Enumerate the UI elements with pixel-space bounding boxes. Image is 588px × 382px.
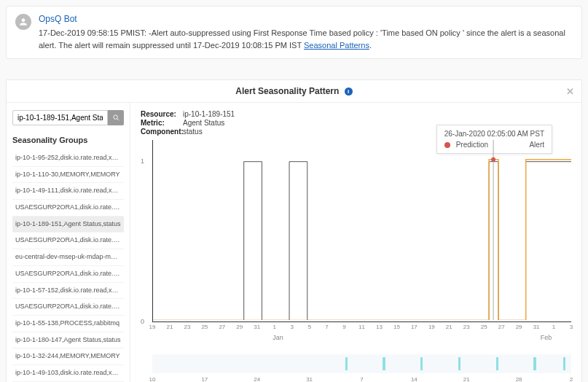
search-input[interactable] <box>12 110 108 125</box>
sidebar-item[interactable]: USAESGURP2ORA1,disk.io.rate.read,xvdf <box>12 266 124 283</box>
month-label: Feb <box>541 334 552 341</box>
x-tick: 23 <box>184 324 190 330</box>
x-ticks: 1921232527293113579111315171921232527293… <box>152 324 571 335</box>
x-tick: 23 <box>463 324 470 330</box>
metric-label: Metric: <box>141 119 183 127</box>
x-tick: 25 <box>201 324 208 330</box>
brush-segment <box>383 357 385 370</box>
avatar <box>15 14 31 30</box>
sidebar-item[interactable]: USAESGURP2ORA1,disk.io.rate.read,xvdh <box>12 200 124 217</box>
tooltip-time: 26-Jan-2020 02:05:00 AM PST <box>444 130 544 138</box>
brush-tick: 31 <box>306 376 313 382</box>
brush-segment <box>533 357 536 370</box>
brush-segment <box>496 357 498 370</box>
brush-tick: 7 <box>360 376 363 382</box>
x-tick: 13 <box>376 324 383 330</box>
sidebar-item[interactable]: eu-central-dev-msep-uk-mdap-metafdata1,c… <box>12 249 124 266</box>
x-tick: 27 <box>498 324 505 330</box>
info-icon[interactable]: i <box>345 87 353 96</box>
metric-value: Agent Status <box>183 119 224 127</box>
brush-ticks: 1017243171421282 <box>152 376 571 382</box>
month-label: Jan <box>273 334 283 341</box>
x-tick: 21 <box>167 324 173 330</box>
sidebar: Seasonality Groups ip-10-1-95-252,disk.i… <box>7 103 130 382</box>
x-tick: 19 <box>149 324 156 330</box>
chart: 0 1 192123252729311357911131517192123252… <box>141 140 571 344</box>
brush-segment <box>345 357 348 370</box>
sidebar-item[interactable]: ip-10-1-55-138,PROCESS,rabbitmq <box>12 316 124 332</box>
main-area: Resource:ip-10-1-189-151 Metric:Agent St… <box>130 103 581 382</box>
sidebar-item[interactable]: ip-10-1-49-103,disk.io.rate.read,xvdb <box>12 365 124 382</box>
bot-message-card: OpsQ Bot 17-Dec-2019 09:58:15 PMIST: -Al… <box>6 6 582 59</box>
sidebar-item[interactable]: ip-10-1-95-252,disk.io.rate.read,xvdh <box>12 150 124 167</box>
x-tick: 15 <box>393 324 400 330</box>
search-button[interactable] <box>108 110 124 125</box>
x-tick: 5 <box>307 324 310 330</box>
resource-label: Resource: <box>141 110 183 118</box>
sidebar-item[interactable]: ip-10-1-49-111,disk.io.rate.read,xvdb <box>12 183 124 200</box>
brush-segment <box>420 357 423 370</box>
bot-msg-suffix: . <box>369 41 372 50</box>
x-tick: 11 <box>358 324 365 330</box>
x-tick: 31 <box>533 324 540 330</box>
close-icon[interactable]: ✕ <box>566 86 574 97</box>
x-tick: 7 <box>325 324 328 330</box>
bot-name: OpsQ Bot <box>39 14 573 24</box>
user-icon <box>18 17 28 27</box>
sidebar-item[interactable]: ip-10-1-110-30,MEMORY,MEMORY <box>12 167 124 184</box>
x-tick: 25 <box>481 324 487 330</box>
resource-value: ip-10-1-189-151 <box>183 110 235 118</box>
x-tick: 19 <box>428 324 435 330</box>
brush-segment <box>563 357 565 370</box>
bot-timestamp: 17-Dec-2019 09:58:15 PMIST: <box>39 28 146 37</box>
y-tick: 1 <box>141 157 144 165</box>
series-svg <box>153 140 571 320</box>
component-value: status <box>183 128 203 136</box>
x-tick: 31 <box>254 324 260 330</box>
sidebar-item[interactable]: ip-10-1-189-151,Agent Status,status <box>12 217 124 233</box>
x-tick: 1 <box>273 324 275 330</box>
brush[interactable] <box>152 354 571 373</box>
sidebar-item[interactable]: USAESGURP2ORA1,disk.io.rate.read,xvde <box>12 233 124 249</box>
svg-point-0 <box>113 115 117 120</box>
sidebar-item[interactable]: ip-10-1-180-147,Agent Status,status <box>12 332 124 349</box>
x-tick: 3 <box>570 324 573 330</box>
brush-segment <box>458 357 460 370</box>
x-tick: 3 <box>290 324 293 330</box>
x-tick: 27 <box>219 324 225 330</box>
x-tick: 9 <box>342 324 345 330</box>
groups-list: ip-10-1-95-252,disk.io.rate.read,xvdhip-… <box>12 150 124 382</box>
seasonality-panel: Alert Seasonality Pattern i ✕ Seasonalit… <box>6 79 582 382</box>
x-tick: 17 <box>411 324 418 330</box>
brush-tick: 10 <box>149 376 156 382</box>
brush-tick: 2 <box>570 376 573 382</box>
plot-area[interactable] <box>152 140 571 322</box>
x-tick: 29 <box>236 324 243 330</box>
sidebar-item[interactable]: ip-10-1-32-244,MEMORY,MEMORY <box>12 348 124 365</box>
x-tick: 21 <box>446 324 452 330</box>
svg-point-3 <box>491 157 495 162</box>
bot-message: 17-Dec-2019 09:58:15 PMIST: -Alert auto-… <box>39 27 573 51</box>
component-label: Component: <box>141 128 183 136</box>
sidebar-item[interactable]: ip-10-1-57-152,disk.io.rate.read,xvdb <box>12 283 124 300</box>
y-tick: 0 <box>141 318 144 325</box>
sidebar-item[interactable]: USAESGURP2ORA1,disk.io.rate.read,xvdm <box>12 299 124 316</box>
panel-header: Alert Seasonality Pattern i ✕ <box>7 80 581 103</box>
brush-tick: 28 <box>516 376 522 382</box>
brush-tick: 24 <box>254 376 260 382</box>
search-wrap <box>12 110 124 125</box>
groups-title: Seasonality Groups <box>12 136 124 144</box>
x-tick: 29 <box>516 324 522 330</box>
x-tick: 1 <box>552 324 555 330</box>
search-icon <box>112 114 120 122</box>
brush-tick: 21 <box>463 376 470 382</box>
brush-tick: 14 <box>411 376 418 382</box>
svg-line-1 <box>117 119 119 121</box>
brush-tick: 17 <box>201 376 208 382</box>
seasonal-patterns-link[interactable]: Seasonal Patterns <box>304 41 369 50</box>
panel-title: Alert Seasonality Pattern <box>235 86 339 96</box>
